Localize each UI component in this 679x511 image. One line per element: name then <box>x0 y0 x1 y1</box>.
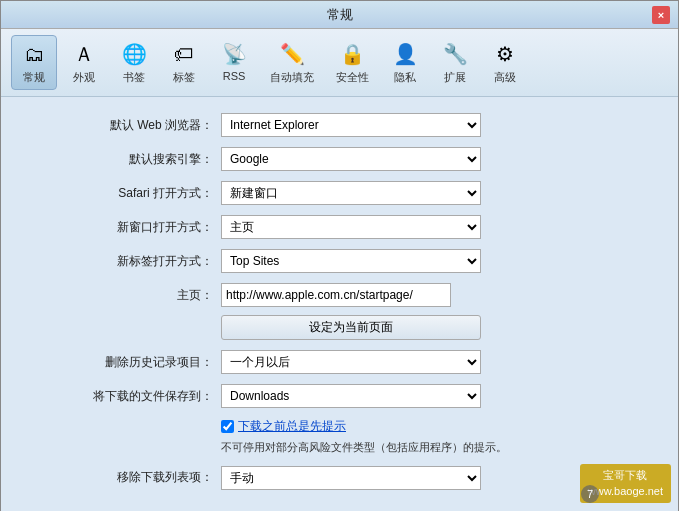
page-number: 7 <box>581 485 599 503</box>
new-window-row: 新窗口打开方式： 主页空页面Top Sites历史记录 <box>21 215 658 239</box>
toolbar-label-bookmarks: 书签 <box>123 70 145 85</box>
safari-open-row: Safari 打开方式： 新建窗口新建标签页上次打开的窗口 <box>21 181 658 205</box>
toolbar-label-rss: RSS <box>223 70 246 82</box>
toolbar-item-privacy[interactable]: 👤隐私 <box>382 35 428 90</box>
autofill-icon: ✏️ <box>278 40 306 68</box>
toolbar-label-extensions: 扩展 <box>444 70 466 85</box>
clear-history-row: 删除历史记录项目： 一个月以后一天以后一周以后一年以后手动 <box>21 350 658 374</box>
toolbar-label-tags: 标签 <box>173 70 195 85</box>
new-tab-row: 新标签打开方式： Top Sites主页空页面历史记录 <box>21 249 658 273</box>
homepage-label: 主页： <box>21 283 221 304</box>
download-prompt-checkbox[interactable] <box>221 420 234 433</box>
clear-history-label: 删除历史记录项目： <box>21 354 221 371</box>
default-search-label: 默认搜索引擎： <box>21 151 221 168</box>
watermark-line2: www.baoge.net <box>588 484 663 499</box>
toolbar-item-autofill[interactable]: ✏️自动填充 <box>261 35 323 90</box>
homepage-input[interactable] <box>221 283 451 307</box>
new-window-control: 主页空页面Top Sites历史记录 <box>221 215 481 239</box>
toolbar-item-bookmarks[interactable]: 🌐书签 <box>111 35 157 90</box>
default-search-select[interactable]: GoogleBingYahoo百度 <box>221 147 481 171</box>
content-area: 默认 Web 浏览器： Internet ExplorerSafariFiref… <box>1 97 678 511</box>
clear-history-control: 一个月以后一天以后一周以后一年以后手动 <box>221 350 481 374</box>
save-downloads-control: Downloads桌面文稿其他… <box>221 384 481 408</box>
remove-downloads-label: 移除下载列表项： <box>21 469 221 486</box>
advanced-icon: ⚙ <box>491 40 519 68</box>
toolbar-item-advanced[interactable]: ⚙高级 <box>482 35 528 90</box>
new-tab-label: 新标签打开方式： <box>21 253 221 270</box>
toolbar-label-advanced: 高级 <box>494 70 516 85</box>
toolbar-label-security: 安全性 <box>336 70 369 85</box>
tags-icon: 🏷 <box>170 40 198 68</box>
toolbar-label-general: 常规 <box>23 70 45 85</box>
toolbar-label-autofill: 自动填充 <box>270 70 314 85</box>
toolbar-label-appearance: 外观 <box>73 70 95 85</box>
toolbar-label-privacy: 隐私 <box>394 70 416 85</box>
bookmarks-icon: 🌐 <box>120 40 148 68</box>
default-search-control: GoogleBingYahoo百度 <box>221 147 481 171</box>
toolbar-item-tags[interactable]: 🏷标签 <box>161 35 207 90</box>
remove-downloads-row: 移除下载列表项： 手动下载完成后退出Safari后 <box>21 466 658 490</box>
download-options-section: 下载之前总是先提示 不可停用对部分高风险文件类型（包括应用程序）的提示。 <box>221 418 658 456</box>
toolbar-item-security[interactable]: 🔒安全性 <box>327 35 378 90</box>
new-window-select[interactable]: 主页空页面Top Sites历史记录 <box>221 215 481 239</box>
window-title: 常规 <box>27 6 652 24</box>
appearance-icon: Ａ <box>70 40 98 68</box>
default-browser-label: 默认 Web 浏览器： <box>21 117 221 134</box>
download-prompt-label[interactable]: 下载之前总是先提示 <box>238 418 346 435</box>
default-browser-control: Internet ExplorerSafariFirefoxChrome <box>221 113 481 137</box>
homepage-control: 设定为当前页面 <box>221 283 481 340</box>
toolbar-item-general[interactable]: 🗂常规 <box>11 35 57 90</box>
safari-open-label: Safari 打开方式： <box>21 185 221 202</box>
safari-open-select[interactable]: 新建窗口新建标签页上次打开的窗口 <box>221 181 481 205</box>
title-bar: 常规 × <box>1 1 678 29</box>
close-button[interactable]: × <box>652 6 670 24</box>
default-browser-row: 默认 Web 浏览器： Internet ExplorerSafariFiref… <box>21 113 658 137</box>
new-tab-select[interactable]: Top Sites主页空页面历史记录 <box>221 249 481 273</box>
new-window-label: 新窗口打开方式： <box>21 219 221 236</box>
toolbar-item-extensions[interactable]: 🔧扩展 <box>432 35 478 90</box>
remove-downloads-control: 手动下载完成后退出Safari后 <box>221 466 481 490</box>
set-homepage-button[interactable]: 设定为当前页面 <box>221 315 481 340</box>
clear-history-select[interactable]: 一个月以后一天以后一周以后一年以后手动 <box>221 350 481 374</box>
default-search-row: 默认搜索引擎： GoogleBingYahoo百度 <box>21 147 658 171</box>
download-prompt-row: 下载之前总是先提示 <box>221 418 658 435</box>
safari-open-control: 新建窗口新建标签页上次打开的窗口 <box>221 181 481 205</box>
privacy-icon: 👤 <box>391 40 419 68</box>
save-downloads-label: 将下载的文件保存到： <box>21 388 221 405</box>
rss-icon: 📡 <box>220 40 248 68</box>
toolbar: 🗂常规Ａ外观🌐书签🏷标签📡RSS✏️自动填充🔒安全性👤隐私🔧扩展⚙高级 <box>1 29 678 97</box>
save-downloads-row: 将下载的文件保存到： Downloads桌面文稿其他… <box>21 384 658 408</box>
toolbar-item-appearance[interactable]: Ａ外观 <box>61 35 107 90</box>
general-icon: 🗂 <box>20 40 48 68</box>
new-tab-control: Top Sites主页空页面历史记录 <box>221 249 481 273</box>
save-downloads-select[interactable]: Downloads桌面文稿其他… <box>221 384 481 408</box>
settings-window: 常规 × 🗂常规Ａ外观🌐书签🏷标签📡RSS✏️自动填充🔒安全性👤隐私🔧扩展⚙高级… <box>0 0 679 511</box>
security-icon: 🔒 <box>339 40 367 68</box>
download-warning-text: 不可停用对部分高风险文件类型（包括应用程序）的提示。 <box>221 439 521 456</box>
default-browser-select[interactable]: Internet ExplorerSafariFirefoxChrome <box>221 113 481 137</box>
watermark-line1: 宝哥下载 <box>588 468 663 483</box>
homepage-row: 主页： 设定为当前页面 <box>21 283 658 340</box>
toolbar-item-rss[interactable]: 📡RSS <box>211 35 257 90</box>
remove-downloads-select[interactable]: 手动下载完成后退出Safari后 <box>221 466 481 490</box>
extensions-icon: 🔧 <box>441 40 469 68</box>
